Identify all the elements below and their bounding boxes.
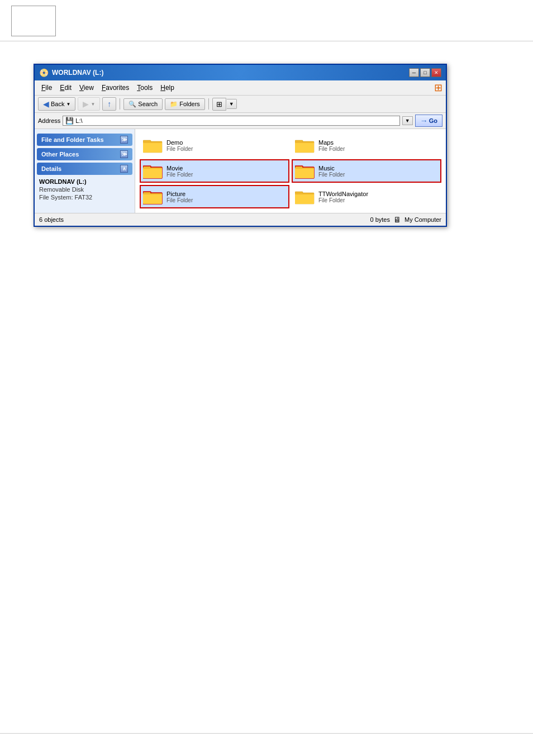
back-button[interactable]: ◀ Back ▼ <box>38 97 75 111</box>
svg-rect-2 <box>143 142 162 153</box>
menu-bar: File Edit View Favorites Tools Help ⊞ <box>35 80 446 96</box>
svg-rect-19 <box>143 193 162 194</box>
address-bar: Address 💾 L:\ ▼ → Go <box>35 113 446 129</box>
svg-rect-15 <box>295 168 314 169</box>
back-label: Back <box>51 101 64 107</box>
file-info-music: Music File Folder <box>318 165 345 178</box>
details-drive-name: WORLDNAV (L:) <box>39 178 130 185</box>
other-places-collapse[interactable]: ≫ <box>120 150 128 158</box>
address-dropdown-button[interactable]: ▼ <box>402 116 413 125</box>
details-content: WORLDNAV (L:) Removable Disk File System… <box>35 175 135 204</box>
details-drive-type: Removable Disk <box>39 186 130 193</box>
svg-rect-6 <box>295 142 314 153</box>
svg-rect-10 <box>143 168 162 178</box>
file-item-music[interactable]: Music File Folder <box>293 160 440 182</box>
svg-rect-23 <box>295 193 314 194</box>
close-button[interactable]: ✕ <box>431 68 441 77</box>
go-button[interactable]: → Go <box>415 115 442 127</box>
svg-rect-3 <box>143 142 162 143</box>
file-name-maps: Maps <box>318 139 345 146</box>
file-info-movie: Movie File Folder <box>166 165 193 178</box>
go-arrow-icon: → <box>420 116 428 125</box>
views-button[interactable]: ⊞ <box>212 98 226 111</box>
details-header[interactable]: Details ∧ <box>37 163 132 175</box>
file-folder-tasks-section: File and Folder Tasks ≫ <box>35 134 135 146</box>
file-type-maps: File Folder <box>318 146 345 152</box>
left-panel: File and Folder Tasks ≫ Other Places ≫ <box>35 129 135 213</box>
svg-rect-22 <box>295 193 314 204</box>
views-dropdown-button[interactable]: ▼ <box>227 99 237 109</box>
details-collapse[interactable]: ∧ <box>120 165 128 173</box>
forward-dropdown-icon: ▼ <box>91 102 95 107</box>
file-folder-tasks-collapse[interactable]: ≫ <box>120 136 128 144</box>
menu-file[interactable]: File <box>38 83 55 93</box>
menu-help[interactable]: Help <box>157 83 178 93</box>
forward-arrow-icon: ▶ <box>83 99 89 108</box>
window-title: WORLDNAV (L:) <box>52 69 103 77</box>
search-label: Search <box>138 101 158 107</box>
file-folder-tasks-header[interactable]: File and Folder Tasks ≫ <box>37 134 132 146</box>
file-info-ttworldnav: TTWorldNavigator File Folder <box>318 191 368 203</box>
toolbar-separator-1 <box>120 98 120 110</box>
file-type-demo: File Folder <box>166 146 193 152</box>
folder-icon-picture <box>143 188 163 205</box>
file-item-ttworldnav[interactable]: TTWorldNavigator File Folder <box>293 186 440 207</box>
my-computer-icon: 🖥 <box>393 215 401 224</box>
maximize-button[interactable]: □ <box>420 68 430 77</box>
menu-favorites[interactable]: Favorites <box>98 83 132 93</box>
bottom-divider <box>0 733 533 734</box>
details-file-system: File System: FAT32 <box>39 194 130 201</box>
file-name-movie: Movie <box>166 165 193 172</box>
top-box <box>11 6 56 36</box>
up-icon: ↑ <box>107 99 111 108</box>
folders-label: Folders <box>179 101 200 107</box>
windows-logo: ⊞ <box>434 82 442 94</box>
svg-rect-14 <box>295 168 314 178</box>
file-folder-tasks-label: File and Folder Tasks <box>41 136 104 143</box>
svg-rect-18 <box>143 193 162 204</box>
file-name-ttworldnav: TTWorldNavigator <box>318 191 368 197</box>
back-dropdown-icon: ▼ <box>66 102 70 107</box>
other-places-section: Other Places ≫ <box>35 148 135 160</box>
status-bar: 6 objects 0 bytes 🖥 My Computer <box>35 213 446 226</box>
file-type-movie: File Folder <box>166 172 193 178</box>
toolbar-separator-2 <box>208 98 209 110</box>
details-section: Details ∧ WORLDNAV (L:) Removable Disk F… <box>35 163 135 204</box>
folders-icon: 📁 <box>170 101 178 108</box>
other-places-label: Other Places <box>41 151 79 158</box>
menu-view[interactable]: View <box>76 83 97 93</box>
file-name-demo: Demo <box>166 139 193 146</box>
back-arrow-icon: ◀ <box>43 99 49 108</box>
folder-icon-movie <box>143 163 163 179</box>
file-item-maps[interactable]: Maps File Folder <box>293 135 440 156</box>
file-name-music: Music <box>318 165 345 172</box>
folder-icon-ttworldnav <box>295 188 315 205</box>
collapse-icon: ≫ <box>122 137 127 142</box>
explorer-window: 📀 WORLDNAV (L:) ─ □ ✕ File Edit View Fav… <box>34 64 447 227</box>
file-info-picture: Picture File Folder <box>166 191 193 203</box>
file-item-picture[interactable]: Picture File Folder <box>141 186 288 207</box>
file-item-movie[interactable]: Movie File Folder <box>141 160 288 182</box>
file-item-demo[interactable]: Demo File Folder <box>141 135 288 156</box>
other-places-collapse-icon: ≫ <box>122 151 127 157</box>
other-places-header[interactable]: Other Places ≫ <box>37 148 132 160</box>
file-type-ttworldnav: File Folder <box>318 197 368 203</box>
go-label: Go <box>429 117 437 124</box>
folder-icon-music <box>295 163 315 179</box>
search-button[interactable]: 🔍 Search <box>123 98 163 110</box>
svg-rect-11 <box>143 168 162 169</box>
top-strip <box>0 0 533 41</box>
address-label: Address <box>38 117 60 124</box>
address-path[interactable]: L:\ <box>75 117 82 124</box>
file-info-demo: Demo File Folder <box>166 139 193 152</box>
folders-button[interactable]: 📁 Folders <box>165 98 205 110</box>
menu-tools[interactable]: Tools <box>134 83 156 93</box>
address-input-wrap: 💾 L:\ <box>63 116 399 126</box>
menu-edit[interactable]: Edit <box>56 83 75 93</box>
forward-button[interactable]: ▶ ▼ <box>78 97 100 111</box>
up-button[interactable]: ↑ <box>102 97 116 111</box>
minimize-button[interactable]: ─ <box>409 68 419 77</box>
status-bytes: 0 bytes <box>370 216 390 223</box>
file-type-music: File Folder <box>318 172 345 178</box>
file-info-maps: Maps File Folder <box>318 139 345 152</box>
